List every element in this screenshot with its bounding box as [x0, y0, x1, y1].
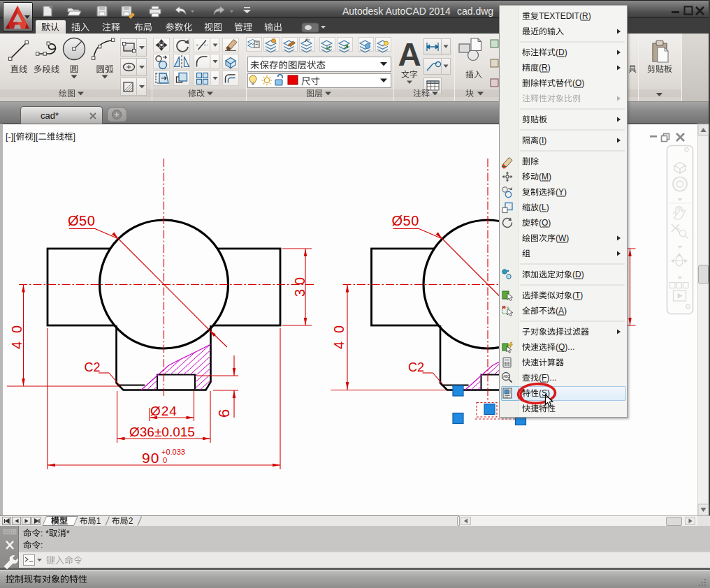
svg-text:(L): (L): [539, 203, 549, 212]
svg-text:(O): (O): [572, 78, 584, 88]
svg-text:(I): (I): [539, 135, 546, 145]
svg-text:(S): (S): [539, 388, 550, 398]
svg-text:(F)...: (F)...: [539, 373, 556, 383]
svg-text:TEXTEDIT(R): TEXTEDIT(R): [539, 11, 591, 21]
svg-text:(R): (R): [539, 63, 551, 73]
svg-text:(Q)...: (Q)...: [556, 342, 574, 352]
svg-text:(T): (T): [572, 291, 583, 300]
svg-text:(O): (O): [539, 218, 551, 228]
svg-text:(A): (A): [556, 306, 567, 316]
svg-text:(D): (D): [572, 270, 584, 279]
svg-text:(Y): (Y): [556, 187, 567, 197]
svg-text:(D): (D): [556, 47, 567, 57]
svg-text:(M): (M): [539, 172, 551, 182]
svg-text:(W): (W): [556, 233, 569, 243]
